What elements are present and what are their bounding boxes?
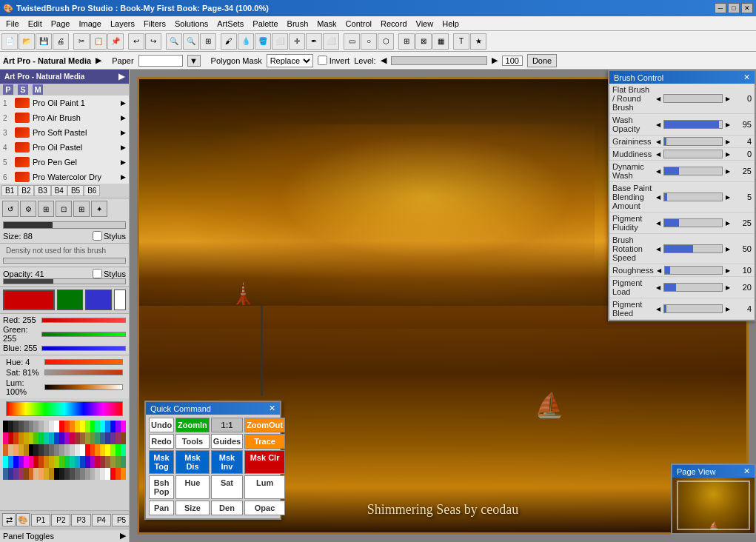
palette-cell-32[interactable] [44, 432, 49, 444]
qc-opac[interactable]: Opac [244, 501, 285, 515]
palette-cell-79[interactable] [39, 456, 44, 468]
qc-msktog[interactable]: Msk Tog [149, 450, 174, 474]
panel-swap-left[interactable]: ⇄ [2, 513, 16, 526]
brush-bank-b5[interactable]: B5 [67, 185, 84, 196]
bc-pigment-load-right[interactable]: ▶ [724, 284, 732, 291]
palette-cell-13[interactable] [70, 421, 75, 432]
palette-cell-37[interactable] [70, 432, 75, 444]
palette-cell-76[interactable] [24, 456, 29, 468]
palette-cell-101[interactable] [29, 468, 34, 480]
foreground-color-box[interactable] [3, 290, 55, 310]
middle-color-box[interactable] [57, 290, 83, 310]
bc-wash-opacity-left[interactable]: ◀ [655, 121, 662, 128]
category-arrow[interactable]: ▶ [96, 56, 101, 65]
fill-tool[interactable]: 🪣 [255, 33, 271, 50]
quick-command-title-bar[interactable]: Quick Command ✕ [146, 402, 280, 415]
panel-p2[interactable]: P2 [51, 514, 70, 526]
open-button[interactable]: 📂 [19, 33, 35, 50]
palette-cell-59[interactable] [59, 444, 64, 456]
palette-cell-107[interactable] [59, 468, 64, 480]
qc-undo[interactable]: Undo [149, 418, 174, 432]
palette-cell-44[interactable] [105, 432, 110, 444]
bc-pigment-bleed-slider[interactable] [663, 304, 723, 313]
qc-zoomin[interactable]: ZoomIn [175, 418, 210, 432]
palette-cell-71[interactable] [121, 444, 126, 456]
palette-cell-69[interactable] [110, 444, 116, 456]
brush-bank-b3[interactable]: B3 [34, 185, 50, 196]
palette-cell-52[interactable] [24, 444, 29, 456]
qc-den[interactable]: Den [211, 501, 243, 515]
rect-tool[interactable]: ▭ [344, 33, 360, 50]
bc-base-paint-left[interactable]: ◀ [655, 194, 662, 201]
palette-cell-17[interactable] [90, 421, 96, 432]
palette-cell-14[interactable] [75, 421, 80, 432]
brush-mirror-icon[interactable]: ⊞ [73, 201, 90, 217]
panel-p3[interactable]: P3 [71, 514, 90, 526]
brush-settings-icon[interactable]: ⚙ [20, 201, 36, 217]
opacity-slider[interactable] [3, 278, 126, 284]
select-tool[interactable]: ⬜ [272, 33, 288, 50]
palette-cell-108[interactable] [64, 468, 70, 480]
palette-cell-3[interactable] [19, 421, 24, 432]
palette-cell-93[interactable] [110, 456, 116, 468]
cut-button[interactable]: ✂ [73, 33, 90, 50]
palette-cell-106[interactable] [54, 468, 59, 480]
palette-cell-16[interactable] [85, 421, 90, 432]
palette-cell-102[interactable] [33, 468, 39, 480]
palette-cell-30[interactable] [33, 432, 39, 444]
qc-lum[interactable]: Lum [244, 475, 285, 499]
ellipse-tool[interactable]: ○ [361, 33, 377, 50]
brush-item-3[interactable]: 3 Pro Soft Pastel ▶ [0, 125, 129, 140]
paper-options-button[interactable]: ▼ [187, 55, 201, 67]
menu-layers[interactable]: Layers [106, 16, 139, 30]
palette-cell-111[interactable] [80, 468, 85, 480]
palette-cell-70[interactable] [116, 444, 121, 456]
palette-cell-25[interactable] [8, 432, 13, 444]
brush-category-header[interactable]: Art Pro - Natural Media ▶ [0, 70, 129, 84]
palette-cell-99[interactable] [19, 468, 24, 480]
palette-cell-95[interactable] [121, 456, 126, 468]
menu-image[interactable]: Image [74, 16, 106, 30]
palette-cell-104[interactable] [44, 468, 49, 480]
bc-roughness-slider[interactable] [664, 266, 723, 275]
palette-cell-12[interactable] [64, 421, 70, 432]
qc-bshpop[interactable]: Bsh Pop [149, 475, 174, 499]
lum-slider[interactable] [44, 384, 123, 390]
effects-tool[interactable]: ★ [470, 33, 486, 50]
palette-cell-0[interactable] [3, 421, 8, 432]
palette-cell-42[interactable] [95, 432, 100, 444]
panel-p4[interactable]: P4 [92, 514, 111, 526]
bc-dynamic-wash-slider[interactable] [663, 167, 723, 175]
done-button[interactable]: Done [527, 54, 557, 67]
palette-cell-35[interactable] [59, 432, 64, 444]
palette-cell-75[interactable] [19, 456, 24, 468]
palette-cell-72[interactable] [3, 456, 8, 468]
minimize-button[interactable]: ─ [715, 3, 726, 13]
bc-pigment-fluidity-left[interactable]: ◀ [655, 220, 662, 227]
quick-command-close-button[interactable]: ✕ [269, 404, 275, 413]
palette-cell-60[interactable] [64, 444, 70, 456]
menu-edit[interactable]: Edit [24, 16, 47, 30]
palette-cell-103[interactable] [39, 468, 44, 480]
bc-flat-round-slider[interactable] [663, 94, 723, 103]
palette-cell-39[interactable] [80, 432, 85, 444]
grid-tool[interactable]: ⊞ [398, 33, 415, 50]
brush-item-5[interactable]: 5 Pro Pen Gel ▶ [0, 155, 129, 170]
qc-zoomout[interactable]: ZoomOut [244, 418, 285, 432]
palette-cell-15[interactable] [80, 421, 85, 432]
canvas-area[interactable]: 🗼 ⛵ Shimmering Seas by ceodau Quick Comm… [130, 70, 756, 542]
palette-cell-119[interactable] [121, 468, 126, 480]
white-color-box[interactable] [114, 290, 126, 310]
bc-wash-opacity-right[interactable]: ▶ [724, 121, 732, 128]
palette-cell-97[interactable] [8, 468, 13, 480]
palette-cell-112[interactable] [85, 468, 90, 480]
palette-cell-55[interactable] [39, 444, 44, 456]
menu-filters[interactable]: Filters [139, 16, 170, 30]
palette-cell-23[interactable] [121, 421, 126, 432]
bc-flat-round-right[interactable]: ▶ [724, 96, 732, 102]
palette-cell-74[interactable] [13, 456, 19, 468]
panel-p1[interactable]: P1 [31, 514, 50, 526]
brush-grid-icon[interactable]: ⊡ [56, 201, 72, 217]
bc-flat-round-left[interactable]: ◀ [655, 96, 662, 102]
bc-dynamic-wash-left[interactable]: ◀ [655, 168, 662, 175]
